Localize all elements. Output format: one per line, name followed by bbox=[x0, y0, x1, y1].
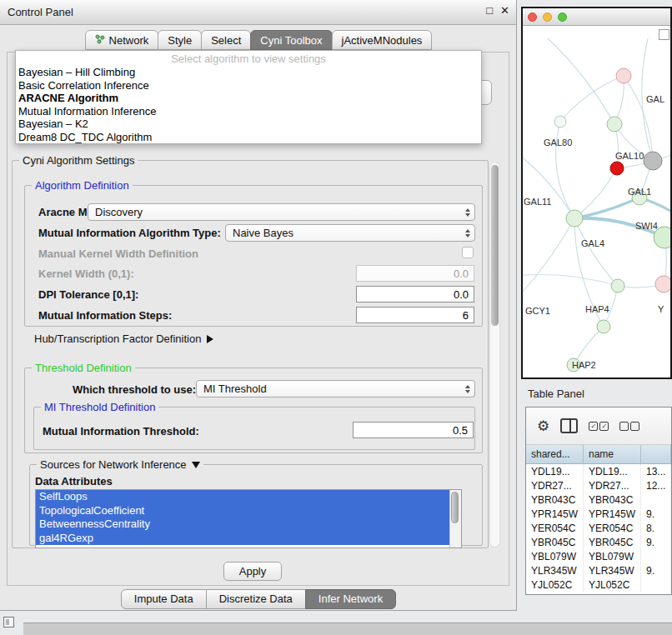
birdseye-toggle-icon[interactable] bbox=[659, 29, 669, 40]
network-node[interactable] bbox=[616, 68, 631, 83]
sources-toggle[interactable]: Sources for Network Inference bbox=[37, 458, 203, 471]
algorithm-option-mutual-information-inference[interactable]: Mutual Information Inference bbox=[16, 105, 481, 118]
mi-type-value: Naive Bayes bbox=[226, 227, 461, 239]
close-panel-icon[interactable]: ✕ bbox=[500, 4, 509, 17]
minimize-window-icon[interactable] bbox=[543, 12, 552, 22]
tab-style[interactable]: Style bbox=[158, 30, 202, 50]
algorithm-option-dream8-dc-tdc-algorithm[interactable]: Dream8 DC_TDC Algorithm bbox=[16, 131, 481, 144]
manual-kernel-checkbox[interactable] bbox=[462, 247, 474, 258]
which-threshold-value: MI Threshold bbox=[197, 382, 461, 395]
network-edge bbox=[560, 76, 624, 122]
table-row[interactable]: YBL079WYBL079W bbox=[526, 549, 671, 563]
network-canvas[interactable]: GALGAL80GAL10GAL11GAL1SWI4GAL4GCY1HAP4HA… bbox=[523, 26, 670, 378]
table-row[interactable]: YLR345WYLR345W9. bbox=[526, 563, 671, 578]
node-label: GAL1 bbox=[628, 187, 651, 197]
network-node[interactable] bbox=[554, 116, 566, 128]
data-attribute-item[interactable]: TopologicalCoefficient bbox=[36, 504, 450, 518]
expand-right-icon bbox=[207, 335, 213, 343]
manual-kernel-label: Manual Kernel Width Definition bbox=[38, 248, 198, 260]
mi-threshold-input[interactable] bbox=[353, 422, 474, 438]
unchecked-box-icon bbox=[619, 422, 629, 431]
combo-arrows-icon bbox=[461, 208, 474, 217]
table-row[interactable]: YBR045CYBR045C9. bbox=[526, 535, 671, 549]
settings-scrollbar[interactable] bbox=[489, 162, 500, 548]
tab-impute-data[interactable]: Impute Data bbox=[121, 589, 207, 609]
tab-network[interactable]: Network bbox=[85, 30, 159, 50]
tab-jactivemnodules[interactable]: jActiveMNodules bbox=[332, 30, 433, 50]
table-row[interactable]: YDR27...YDR27...12... bbox=[526, 478, 671, 492]
select-all-icon[interactable]: ✓ ✓ bbox=[589, 422, 609, 431]
table-row[interactable]: YPR145WYPR145W9. bbox=[526, 507, 671, 521]
table-cell: YBL079W bbox=[526, 549, 584, 563]
table-body: YDL19...YDL19...13...YDR27...YDR27...12.… bbox=[526, 464, 671, 592]
table-row[interactable]: YER054CYER054C8. bbox=[526, 521, 671, 535]
table-panel-title: Table Panel bbox=[528, 388, 584, 400]
tab-label: Style bbox=[168, 34, 192, 47]
column-header[interactable] bbox=[641, 445, 671, 463]
network-view-window: GALGAL80GAL10GAL11GAL1SWI4GAL4GCY1HAP4HA… bbox=[521, 7, 672, 379]
gear-icon[interactable]: ⚙ bbox=[537, 419, 549, 433]
aracne-mode-select[interactable]: Discovery bbox=[88, 203, 475, 221]
data-attribute-item[interactable]: gal4RGexp bbox=[36, 532, 450, 546]
apply-button[interactable]: Apply bbox=[223, 562, 282, 581]
aracne-mode-value: Discovery bbox=[88, 206, 461, 218]
attributes-scrollbar-thumb[interactable] bbox=[451, 492, 459, 523]
tab-label: Cyni Toolbox bbox=[260, 34, 322, 47]
tab-discretize-data[interactable]: Discretize Data bbox=[206, 589, 306, 609]
table-header: shared...name bbox=[526, 445, 671, 464]
network-node[interactable] bbox=[566, 210, 583, 227]
table-row[interactable]: YDL19...YDL19...13... bbox=[526, 464, 671, 478]
column-header[interactable]: shared... bbox=[526, 445, 584, 463]
table-cell: YBR043C bbox=[584, 492, 641, 507]
network-node[interactable] bbox=[611, 279, 624, 292]
table-cell bbox=[641, 578, 671, 592]
network-edge bbox=[523, 151, 574, 218]
panel-dock-icon[interactable] bbox=[3, 617, 14, 628]
table-cell: 9. bbox=[641, 563, 671, 578]
network-edge bbox=[574, 218, 618, 286]
combo-arrows-icon bbox=[461, 385, 474, 393]
attributes-scrollbar[interactable] bbox=[449, 490, 461, 548]
tab-cyni-toolbox[interactable]: Cyni Toolbox bbox=[250, 30, 332, 50]
node-label: HAP2 bbox=[572, 360, 596, 370]
data-attribute-item[interactable]: SelfLoops bbox=[36, 490, 450, 504]
kernel-width-input[interactable] bbox=[356, 265, 474, 282]
collapsed-panel-bar[interactable] bbox=[23, 622, 672, 635]
algorithm-option-basic-correlation-inference[interactable]: Basic Correlation Inference bbox=[16, 79, 481, 92]
close-window-icon[interactable] bbox=[528, 12, 537, 22]
zoom-window-icon[interactable] bbox=[558, 12, 567, 22]
network-edge bbox=[574, 198, 639, 218]
algorithm-option-bayesian-hill-climbing[interactable]: Bayesian – Hill Climbing bbox=[16, 66, 481, 79]
mi-threshold-label: Mutual Information Threshold: bbox=[43, 425, 199, 438]
node-label: GCY1 bbox=[525, 306, 550, 316]
float-panel-icon[interactable]: □ bbox=[486, 4, 493, 17]
network-node[interactable] bbox=[607, 117, 622, 132]
tab-infer-network[interactable]: Infer Network bbox=[305, 589, 396, 609]
sources-label: Sources for Network Inference bbox=[40, 458, 187, 471]
algorithm-option-aracne-algorithm[interactable]: ARACNE Algorithm bbox=[16, 92, 481, 105]
network-node[interactable] bbox=[655, 276, 670, 292]
table-row[interactable]: YBR043CYBR043C bbox=[526, 492, 671, 507]
algorithm-option-bayesian-k2[interactable]: Bayesian – K2 bbox=[16, 118, 481, 131]
control-panel-tabs: NetworkStyleSelectCyni ToolboxjActiveMNo… bbox=[0, 30, 517, 50]
mi-type-select[interactable]: Naive Bayes bbox=[225, 224, 475, 242]
dpi-tolerance-input[interactable] bbox=[356, 286, 474, 302]
columns-icon[interactable] bbox=[560, 418, 578, 433]
network-node[interactable] bbox=[610, 162, 624, 175]
network-node[interactable] bbox=[644, 152, 662, 170]
data-attributes-list: SelfLoopsTopologicalCoefficientBetweenne… bbox=[35, 489, 462, 548]
deselect-all-icon[interactable] bbox=[619, 422, 639, 431]
mi-steps-input[interactable] bbox=[356, 307, 474, 323]
tab-label: Network bbox=[109, 34, 149, 47]
tab-select[interactable]: Select bbox=[201, 30, 251, 50]
network-node[interactable] bbox=[597, 320, 610, 333]
column-header[interactable]: name bbox=[584, 445, 641, 463]
which-threshold-select[interactable]: MI Threshold bbox=[196, 380, 475, 398]
settings-scrollbar-thumb[interactable] bbox=[491, 165, 499, 326]
hub-definition-toggle[interactable]: Hub/Transcription Factor Definition bbox=[34, 332, 213, 345]
table-row[interactable]: YJL052CYJL052C bbox=[526, 578, 671, 592]
sources-group: Sources for Network Inference Data Attri… bbox=[29, 464, 483, 546]
data-attribute-item[interactable]: BetweennessCentrality bbox=[36, 518, 450, 532]
table-panel-window: ⚙ ✓ ✓ shared...name YDL19...YDL19...13..… bbox=[525, 407, 672, 595]
table-cell: 9. bbox=[641, 535, 671, 549]
